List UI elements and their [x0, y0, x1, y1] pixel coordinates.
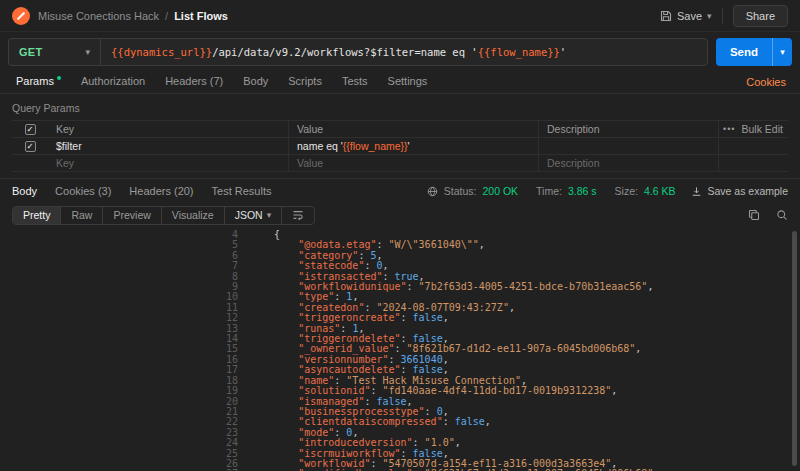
save-chevron-down-icon[interactable]: ▾ [707, 11, 712, 21]
wrap-lines-button[interactable] [282, 207, 314, 224]
response-tabs: Body Cookies (3) Headers (20) Test Resul… [0, 179, 800, 203]
new-param-description-input[interactable]: Description [538, 155, 718, 171]
vertical-scrollbar[interactable] [792, 231, 797, 466]
workspace-name[interactable]: Misuse Conections Hack [38, 10, 159, 22]
send-button[interactable]: Send ▾ [716, 38, 792, 66]
bulk-edit-label: Bulk Edit [741, 123, 782, 135]
code-block: 4 {5 "@odata.etag": "W/\"3661040\"",6 "c… [0, 230, 800, 471]
app-header: Misuse Conections Hack / List Flows Save… [0, 0, 800, 32]
method-chevron-down-icon: ▾ [85, 47, 90, 57]
param-value-variable: {{flow_name}} [343, 140, 408, 152]
code-line: 9 "workflowidunique": "7b2f63d3-4005-425… [0, 282, 800, 292]
tab-params-label: Params [16, 75, 54, 87]
view-raw[interactable]: Raw [61, 207, 103, 224]
time-label: Time: [536, 185, 562, 197]
response-view-controls: Pretty Raw Preview Visualize JSON ▾ [0, 203, 800, 227]
url-variable-flowname: {{flow_name}} [478, 46, 560, 58]
view-visualize[interactable]: Visualize [162, 207, 225, 224]
new-param-key-input[interactable]: Key [48, 155, 288, 171]
code-line: 5 "@odata.etag": "W/\"3661040\"", [0, 240, 800, 250]
download-icon [691, 186, 702, 197]
column-header-description: Description [538, 121, 718, 137]
tab-params[interactable]: Params [6, 70, 71, 93]
bulk-edit-button[interactable]: ••• Bulk Edit [718, 121, 788, 137]
save-button[interactable]: Save ▾ [660, 10, 712, 22]
params-header-row: Key Value Description ••• Bulk Edit [12, 121, 788, 138]
code-line: 6 "category": 5, [0, 251, 800, 261]
view-preview[interactable]: Preview [103, 207, 161, 224]
share-button[interactable]: Share [733, 5, 788, 27]
breadcrumb: Misuse Conections Hack / List Flows [38, 10, 228, 22]
size-label: Size: [615, 185, 638, 197]
format-label: JSON [235, 209, 263, 221]
topbar-divider [722, 8, 723, 24]
response-tab-cookies[interactable]: Cookies (3) [55, 185, 111, 197]
method-dropdown[interactable]: GET ▾ [8, 38, 100, 66]
send-chevron-down-icon[interactable]: ▾ [772, 38, 792, 66]
tab-tests[interactable]: Tests [332, 70, 378, 93]
url-input[interactable]: {{dynamics_url}}/api/data/v9.2/workflows… [100, 38, 708, 66]
method-label: GET [19, 46, 43, 58]
size-value: 4.6 KB [644, 185, 676, 197]
breadcrumb-separator: / [165, 10, 168, 22]
url-path: /api/data/v9.2/workflows?$filter=name eq… [212, 46, 478, 58]
tab-headers[interactable]: Headers (7) [155, 70, 233, 93]
param-value-input[interactable]: name eq '{{flow_name}}' [288, 138, 538, 154]
cookies-link[interactable]: Cookies [746, 76, 786, 88]
tab-scripts[interactable]: Scripts [278, 70, 332, 93]
new-param-value-input[interactable]: Value [288, 155, 538, 171]
request-tabs: Params Authorization Headers (7) Body Sc… [0, 70, 800, 94]
tab-authorization[interactable]: Authorization [71, 70, 155, 93]
time-value: 3.86 s [568, 185, 597, 197]
query-params-title: Query Params [12, 102, 788, 114]
column-header-value: Value [288, 121, 538, 137]
response-section: Body Cookies (3) Headers (20) Test Resul… [0, 178, 800, 471]
save-icon [660, 10, 672, 22]
tab-settings[interactable]: Settings [378, 70, 438, 93]
select-all-checkbox[interactable] [25, 124, 36, 135]
response-tab-body[interactable]: Body [12, 185, 37, 197]
param-row-empty: Key Value Description [12, 155, 788, 172]
network-icon [427, 186, 438, 197]
response-toolbar-icons [748, 209, 788, 221]
code-line: 22 "clientdataiscompressed": false, [0, 417, 800, 427]
view-pretty[interactable]: Pretty [13, 207, 61, 224]
format-dropdown[interactable]: JSON ▾ [225, 207, 283, 224]
view-mode-group: Pretty Raw Preview Visualize JSON ▾ [12, 206, 315, 225]
param-row-filter: $filter name eq '{{flow_name}}' [12, 138, 788, 155]
response-meta: Status: 200 OK Time: 3.86 s Size: 4.6 KB… [427, 185, 788, 197]
save-as-example-button[interactable]: Save as example [691, 185, 788, 197]
request-builder: GET ▾ {{dynamics_url}}/api/data/v9.2/wor… [8, 38, 792, 66]
params-active-dot-icon [57, 76, 61, 80]
postman-app: Misuse Conections Hack / List Flows Save… [0, 0, 800, 471]
more-icon: ••• [723, 124, 735, 134]
response-body-viewer[interactable]: 4 {5 "@odata.etag": "W/\"3661040\"",6 "c… [0, 227, 800, 471]
format-chevron-down-icon: ▾ [267, 210, 272, 220]
response-tab-headers[interactable]: Headers (20) [129, 185, 193, 197]
params-table: Key Value Description ••• Bulk Edit $fil… [12, 120, 788, 172]
search-icon[interactable] [776, 209, 788, 221]
response-tab-test-results[interactable]: Test Results [212, 185, 272, 197]
save-label: Save [677, 10, 702, 22]
param-row-checkbox[interactable] [25, 141, 36, 152]
status-value: 200 OK [482, 185, 518, 197]
query-params-section: Query Params Key Value Description ••• B… [0, 94, 800, 172]
url-variable-dynamics: {{dynamics_url}} [111, 46, 212, 58]
code-line: 12 "triggeroncreate": false, [0, 313, 800, 323]
send-label: Send [716, 38, 772, 66]
tab-body[interactable]: Body [233, 70, 278, 93]
postman-logo-icon[interactable] [12, 7, 30, 25]
copy-icon[interactable] [748, 209, 760, 221]
param-description-input[interactable] [538, 138, 718, 154]
param-key-input[interactable]: $filter [48, 138, 288, 154]
request-title: List Flows [174, 10, 228, 22]
column-header-key: Key [48, 121, 288, 137]
save-as-example-label: Save as example [707, 185, 788, 197]
status-label: Status: [444, 185, 477, 197]
topbar-actions: Save ▾ Share [660, 5, 788, 27]
url-suffix: ' [560, 46, 566, 58]
